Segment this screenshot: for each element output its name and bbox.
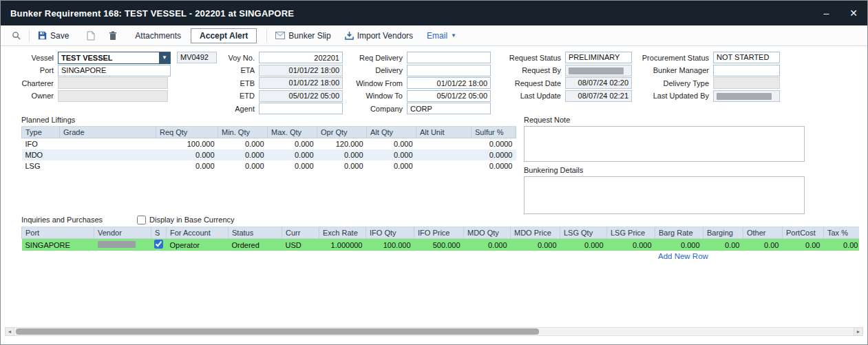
col-curr: Curr <box>282 227 319 239</box>
cell-grade[interactable] <box>60 160 156 171</box>
col-mdo-qty: MDO Qty <box>464 227 511 239</box>
inq-tax-cell[interactable]: 0.00 <box>824 239 860 251</box>
add-new-row-link[interactable]: Add New Row <box>658 252 708 260</box>
inq-mdo-price-cell[interactable]: 0.000 <box>511 239 560 251</box>
charterer-label: Charterer <box>6 79 58 87</box>
scrollbar-thumb[interactable] <box>16 328 539 335</box>
inq-exch-rate-cell[interactable]: 1.000000 <box>319 239 366 251</box>
cell-max-qty[interactable]: 0.000 <box>268 149 317 160</box>
cell-sulfur[interactable]: 0.0000 <box>472 160 516 171</box>
window-to-label: Window To <box>331 92 407 100</box>
inquiry-row[interactable]: SINGAPORE Operator Ordered USD 1.000000 … <box>22 239 860 251</box>
voy-no-input[interactable] <box>259 52 343 63</box>
bunkering-details-textarea[interactable] <box>524 176 805 214</box>
form-group-voyage: Voy No. ETA 01/01/22 18:00 ETB 01/01/22 … <box>207 52 343 116</box>
horizontal-scrollbar[interactable]: ◄ ► <box>5 327 863 336</box>
vessel-select[interactable]: TEST VESSEL ▼ <box>58 52 171 64</box>
cell-max-qty[interactable]: 0.000 <box>268 160 317 171</box>
cell-sulfur[interactable]: 0.0000 <box>472 149 516 160</box>
cell-alt-unit[interactable] <box>416 160 472 171</box>
email-button[interactable]: Email ▼ <box>423 29 461 43</box>
inquiries-table-viewport: Port Vendor S For Account Status Curr Ex… <box>21 227 859 251</box>
inq-mdo-qty-cell[interactable]: 0.000 <box>464 239 511 251</box>
col-exch-rate: Exch Rate <box>319 227 366 239</box>
window-from-input[interactable] <box>407 77 491 89</box>
redacted-value <box>569 67 624 74</box>
inq-s-cell[interactable] <box>151 239 167 251</box>
cell-type[interactable]: MDO <box>22 149 60 160</box>
agent-input[interactable] <box>259 103 343 114</box>
delete-button[interactable] <box>105 29 121 43</box>
titlebar: Bunker Requirement 168: TEST VESSEL - 20… <box>1 1 867 25</box>
request-note-textarea[interactable] <box>524 126 805 162</box>
planned-row-lsg[interactable]: LSG 0.000 0.000 0.000 0.000 0.000 0.0000 <box>22 160 516 171</box>
chevron-down-icon: ▼ <box>451 32 456 39</box>
cell-alt-qty[interactable]: 0.000 <box>367 149 416 160</box>
inq-ifo-qty-cell[interactable]: 100.000 <box>366 239 414 251</box>
col-max-qty: Max. Qty <box>268 127 317 138</box>
cell-alt-unit[interactable] <box>416 149 472 160</box>
import-vendors-button[interactable]: Import Vendors <box>341 29 417 43</box>
minimize-button[interactable]: – <box>823 8 829 18</box>
scroll-left-arrow[interactable]: ◄ <box>5 327 14 336</box>
new-document-button[interactable] <box>83 29 99 43</box>
bunkering-details-label: Bunkering Details <box>524 166 805 174</box>
scroll-right-arrow[interactable]: ► <box>854 327 863 336</box>
request-note-label: Request Note <box>524 116 805 124</box>
cell-req-qty[interactable]: 0.000 <box>156 160 218 171</box>
close-button[interactable]: ✕ <box>849 8 858 18</box>
bunker-manager-input[interactable] <box>713 65 780 76</box>
inq-vendor-cell[interactable] <box>94 239 151 251</box>
search-button[interactable] <box>8 29 25 42</box>
inquiry-row-select-checkbox[interactable] <box>154 240 163 249</box>
inq-lsg-price-cell[interactable]: 0.000 <box>607 239 655 251</box>
charterer-field <box>58 77 168 89</box>
inq-lsg-qty-cell[interactable]: 0.000 <box>560 239 607 251</box>
display-base-currency-checkbox[interactable] <box>137 216 146 224</box>
cell-grade[interactable] <box>60 149 156 160</box>
cell-min-qty[interactable]: 0.000 <box>218 138 268 150</box>
inq-port-cell[interactable]: SINGAPORE <box>22 239 94 251</box>
document-icon <box>87 31 95 41</box>
inq-barging-cell[interactable]: 0.00 <box>703 239 743 251</box>
bunker-slip-button[interactable]: Bunker Slip <box>271 29 335 43</box>
company-input[interactable] <box>407 103 491 114</box>
accept-alert-button[interactable]: Accept Alert <box>191 28 257 43</box>
inq-portcost-cell[interactable]: 0.00 <box>783 239 824 251</box>
request-by-field <box>565 65 632 76</box>
cell-min-qty[interactable]: 0.000 <box>218 149 268 160</box>
port-input[interactable] <box>58 65 171 76</box>
planned-row-ifo[interactable]: IFO 100.000 0.000 0.000 120.000 0.000 0.… <box>22 138 516 150</box>
cell-req-qty[interactable]: 0.000 <box>156 149 218 160</box>
cell-opr-qty[interactable]: 120.000 <box>317 138 367 150</box>
cell-max-qty[interactable]: 0.000 <box>268 138 317 150</box>
window-title: Bunker Requirement 168: TEST VESSEL - 20… <box>10 8 294 19</box>
delivery-input[interactable] <box>407 65 491 76</box>
planned-row-mdo[interactable]: MDO 0.000 0.000 0.000 0.000 0.000 0.0000 <box>22 149 516 160</box>
inq-barg-rate-cell[interactable]: 0.000 <box>655 239 703 251</box>
cell-sulfur[interactable]: 0.0000 <box>472 138 516 150</box>
inq-ifo-price-cell[interactable]: 500.000 <box>414 239 464 251</box>
last-updated-by-field <box>713 90 780 102</box>
cell-alt-qty[interactable]: 0.000 <box>367 138 416 150</box>
cell-opr-qty[interactable]: 0.000 <box>317 149 367 160</box>
attachments-button[interactable]: Attachments <box>131 29 185 43</box>
cell-type[interactable]: LSG <box>22 160 60 171</box>
bunker-manager-label: Bunker Manager <box>634 66 713 74</box>
cell-req-qty[interactable]: 100.000 <box>156 138 218 150</box>
scrollbar-track[interactable] <box>14 327 854 336</box>
vessel-dropdown-arrow-icon[interactable]: ▼ <box>159 52 170 63</box>
save-button[interactable]: Save <box>34 29 73 43</box>
inq-status-cell[interactable]: Ordered <box>229 239 282 251</box>
window-to-input[interactable] <box>407 90 491 102</box>
inq-for-account-cell[interactable]: Operator <box>167 239 229 251</box>
req-delivery-input[interactable] <box>407 52 491 63</box>
cell-alt-unit[interactable] <box>416 138 472 150</box>
inq-other-cell[interactable]: 0.00 <box>743 239 783 251</box>
cell-opr-qty[interactable]: 0.000 <box>317 160 367 171</box>
cell-alt-qty[interactable]: 0.000 <box>367 160 416 171</box>
cell-type[interactable]: IFO <box>22 138 60 150</box>
inq-curr-cell[interactable]: USD <box>282 239 319 251</box>
cell-grade[interactable] <box>60 138 156 150</box>
cell-min-qty[interactable]: 0.000 <box>218 160 268 171</box>
